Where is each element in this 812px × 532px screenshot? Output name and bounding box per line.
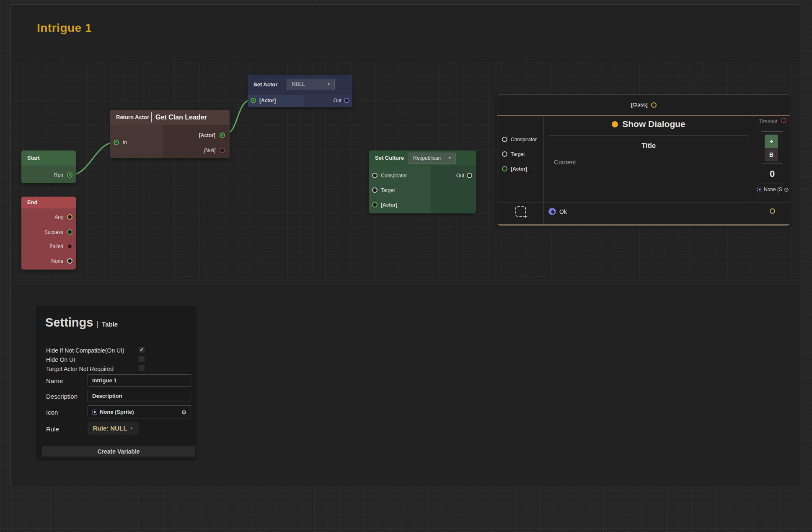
run-port[interactable] xyxy=(67,172,72,178)
description-field[interactable] xyxy=(88,390,191,402)
out-port-label: Out xyxy=(334,98,341,104)
target-actor-not-required-checkbox[interactable]: ✓ xyxy=(139,365,145,371)
null-out-port[interactable] xyxy=(220,148,225,153)
checkbox-label: Target Actor Not Required xyxy=(46,366,114,372)
failed-port-label: Failed xyxy=(49,244,63,249)
in-port[interactable] xyxy=(114,140,119,145)
create-variable-button[interactable]: Create Variable xyxy=(42,446,195,457)
none-port-label: None xyxy=(51,258,63,264)
out-port[interactable] xyxy=(467,173,472,178)
node-title: Set Culture xyxy=(375,151,404,166)
counter-value[interactable]: 0 xyxy=(754,169,790,179)
out-port-label: Out xyxy=(456,173,464,179)
target-port[interactable] xyxy=(372,187,378,193)
dropdown-value: NULL xyxy=(292,81,305,87)
node-set-culture[interactable]: Set Culture Respublican ▼ Conspirator Ta… xyxy=(369,151,476,213)
target-port[interactable] xyxy=(502,151,507,157)
check-icon: ✓ xyxy=(139,347,145,353)
response-ok-label[interactable]: Ok xyxy=(559,208,567,215)
dialogue-node-title: Show Dialogue xyxy=(543,119,754,129)
success-port-label: Success xyxy=(44,229,63,235)
dialogue-title-field[interactable]: Title xyxy=(543,142,754,150)
hide-on-ui-checkbox[interactable]: ✓ xyxy=(139,356,145,362)
settings-title: Settings xyxy=(45,316,93,330)
failed-port[interactable] xyxy=(67,244,72,249)
class-port[interactable] xyxy=(651,102,657,108)
actor-in-port[interactable] xyxy=(251,98,256,103)
settings-subtitle: Table xyxy=(102,321,118,328)
checkbox-label: Hide If Not Compatible(On UI) xyxy=(46,347,124,354)
timeout-port[interactable] xyxy=(781,118,786,123)
node-show-dialogue[interactable]: [Class] Conspirator Target [Actor] Show … xyxy=(497,94,790,226)
success-port[interactable] xyxy=(67,229,72,235)
actor-port[interactable] xyxy=(502,166,507,171)
icon-field[interactable]: None (Sprite) ⊙ xyxy=(88,405,191,418)
node-end-header[interactable]: End xyxy=(21,197,76,208)
chevron-down-icon: ▼ xyxy=(448,153,452,163)
any-port[interactable] xyxy=(67,214,72,220)
responses-divider xyxy=(497,202,790,202)
actor-port-label: [Actor] xyxy=(381,202,397,208)
checkbox-label: Hide On UI xyxy=(46,356,75,363)
divider xyxy=(761,163,783,164)
chevron-down-icon: ▼ xyxy=(129,426,133,431)
sprite-icon xyxy=(92,410,97,415)
graph-editor-window: Intrigue 1 Start Run End Any Success Fai… xyxy=(10,4,800,486)
divider xyxy=(761,131,783,132)
node-get-clan-leader[interactable]: Return Actor Get Clan Leader In [Actor] … xyxy=(110,110,230,158)
bold-button[interactable]: B xyxy=(765,148,778,161)
actor-out-label: [Actor] xyxy=(199,132,215,138)
conspirator-port-label: Conspirator xyxy=(381,173,407,179)
actor-in-label: [Actor] xyxy=(259,98,276,104)
sprite-icon xyxy=(757,187,762,192)
rule-dropdown-button[interactable]: Rule: NULL ▼ xyxy=(88,422,139,435)
add-selection-icon[interactable]: + xyxy=(515,206,526,217)
conspirator-port[interactable] xyxy=(502,137,507,142)
in-port-label: In xyxy=(123,140,127,145)
node-title: End xyxy=(27,197,38,208)
object-picker-icon[interactable]: ⊙ xyxy=(181,410,186,415)
target-port-label: Target xyxy=(511,151,525,157)
dialogue-right-column: Timeout + B 0 None (S ⊙ xyxy=(754,116,790,202)
node-end[interactable]: End Any Success Failed None xyxy=(21,197,76,270)
class-header-row[interactable]: [Class] xyxy=(497,95,790,115)
actor-out-port[interactable] xyxy=(220,132,225,138)
actor-select-dropdown[interactable]: NULL ▼ xyxy=(287,79,335,90)
icon-label: Icon xyxy=(46,409,58,416)
none-port[interactable] xyxy=(67,258,72,264)
node-set-actor[interactable]: Set Actor NULL ▼ [Actor] Out xyxy=(248,75,352,107)
response-out-port[interactable] xyxy=(770,208,775,214)
node-start[interactable]: Start Run xyxy=(21,151,76,183)
hide-if-not-compatible-checkbox[interactable]: ✓ xyxy=(139,347,145,353)
node-header[interactable]: Return Actor Get Clan Leader xyxy=(110,110,230,125)
header-divider xyxy=(151,112,152,122)
visibility-eye-icon[interactable] xyxy=(548,208,556,215)
settings-panel: Settings | Table Hide If Not Compatible(… xyxy=(36,306,197,461)
page-title: Intrigue 1 xyxy=(37,21,92,35)
out-port[interactable] xyxy=(344,98,349,103)
sprite-value: None (S xyxy=(764,187,782,192)
conspirator-port[interactable] xyxy=(372,173,378,178)
sprite-field[interactable]: None (S ⊙ xyxy=(757,187,789,192)
checkbox-row: Hide On UI ✓ xyxy=(46,356,186,363)
left-column-divider xyxy=(543,116,544,225)
bottom-accent xyxy=(497,224,790,226)
node-title: Get Clan Leader xyxy=(155,110,207,125)
icon-value: None (Sprite) xyxy=(100,409,134,415)
node-start-header[interactable]: Start xyxy=(21,151,76,166)
rule-label: Rule xyxy=(46,426,59,433)
title-separator: | xyxy=(96,320,98,329)
settings-title-row: Settings | Table xyxy=(45,316,118,330)
divider xyxy=(761,184,783,184)
input-column xyxy=(248,95,304,107)
checkbox-row: Target Actor Not Required ✓ xyxy=(46,365,186,372)
name-field[interactable] xyxy=(88,374,191,387)
actor-port[interactable] xyxy=(372,202,378,208)
object-picker-icon[interactable]: ⊙ xyxy=(784,187,789,192)
dialogue-content-field[interactable]: Content xyxy=(554,158,576,166)
dropdown-value: Respublican xyxy=(413,155,441,161)
node-title: Set Actor xyxy=(253,75,277,95)
add-response-button[interactable]: + xyxy=(765,135,778,148)
description-label: Description xyxy=(46,393,78,400)
culture-select-dropdown[interactable]: Respublican ▼ xyxy=(408,153,456,164)
